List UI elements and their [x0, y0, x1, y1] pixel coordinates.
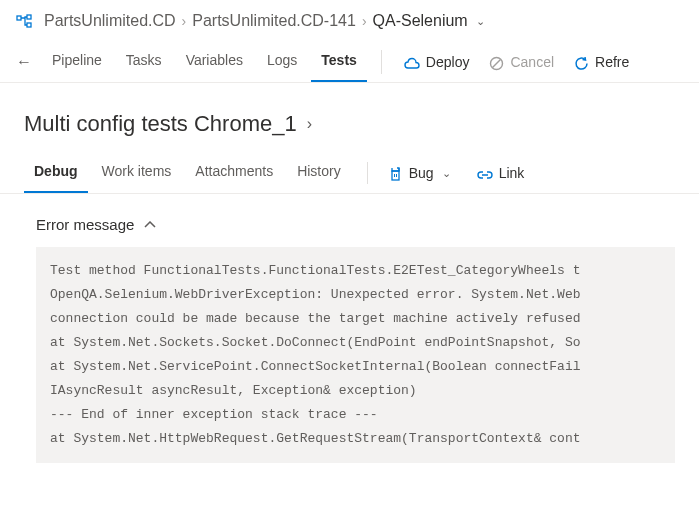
svg-rect-1 [27, 15, 31, 19]
page-title-row: Multi config tests Chrome_1 › [0, 83, 699, 147]
chevron-right-icon: › [362, 13, 367, 29]
subtab-work-items[interactable]: Work items [92, 153, 182, 193]
svg-line-4 [493, 59, 501, 67]
svg-rect-0 [17, 16, 21, 20]
svg-rect-5 [392, 171, 399, 180]
link-label: Link [499, 165, 525, 181]
cancel-label: Cancel [510, 54, 554, 70]
refresh-button[interactable]: Refre [566, 47, 637, 77]
tab-pipeline[interactable]: Pipeline [42, 42, 112, 82]
chevron-up-icon [144, 218, 156, 232]
tab-tests[interactable]: Tests [311, 42, 367, 82]
cancel-button: Cancel [481, 47, 562, 77]
chevron-right-icon: › [182, 13, 187, 29]
breadcrumb-release[interactable]: PartsUnlimited.CD-141 [192, 12, 356, 30]
cloud-icon [404, 53, 420, 70]
tab-logs[interactable]: Logs [257, 42, 307, 82]
bug-icon [388, 164, 403, 182]
subtab-debug[interactable]: Debug [24, 153, 88, 193]
bug-label: Bug [409, 165, 434, 181]
refresh-label: Refre [595, 54, 629, 70]
breadcrumb-stage[interactable]: QA-Selenium [373, 12, 468, 30]
tab-tasks[interactable]: Tasks [116, 42, 172, 82]
chevron-down-icon: ⌄ [442, 167, 451, 180]
breadcrumb: PartsUnlimited.CD › PartsUnlimited.CD-14… [0, 0, 699, 38]
error-section-label: Error message [36, 216, 134, 233]
main-toolbar: ← Pipeline Tasks Variables Logs Tests De… [0, 38, 699, 83]
cancel-icon [489, 53, 504, 71]
bug-button[interactable]: Bug ⌄ [384, 158, 455, 188]
deploy-button[interactable]: Deploy [396, 47, 478, 76]
divider [367, 162, 368, 184]
error-message-box: Test method FunctionalTests.FunctionalTe… [36, 247, 675, 463]
svg-rect-2 [27, 23, 31, 27]
sub-tabs: Debug Work items Attachments History Bug… [0, 147, 699, 194]
refresh-icon [574, 53, 589, 71]
divider [381, 50, 382, 74]
deploy-label: Deploy [426, 54, 470, 70]
link-icon [477, 165, 493, 182]
chevron-right-icon[interactable]: › [307, 115, 312, 133]
link-button[interactable]: Link [473, 159, 529, 188]
tab-variables[interactable]: Variables [176, 42, 253, 82]
breadcrumb-root[interactable]: PartsUnlimited.CD [44, 12, 176, 30]
chevron-down-icon[interactable]: ⌄ [476, 15, 485, 28]
subtab-attachments[interactable]: Attachments [185, 153, 283, 193]
back-button[interactable]: ← [16, 53, 32, 71]
error-section-header[interactable]: Error message [0, 194, 699, 247]
page-title: Multi config tests Chrome_1 [24, 111, 297, 137]
subtab-history[interactable]: History [287, 153, 351, 193]
release-icon [16, 12, 32, 29]
